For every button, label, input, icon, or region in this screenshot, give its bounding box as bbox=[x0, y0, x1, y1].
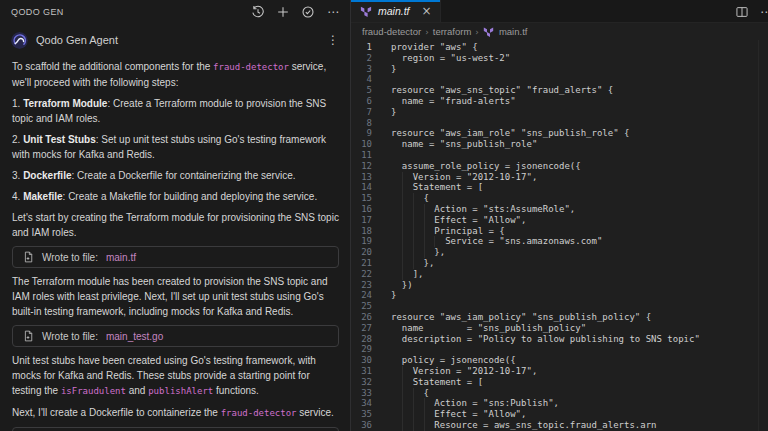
indent-guide bbox=[402, 388, 403, 399]
code-line[interactable]: 16 Action = "sts:AssumeRole", bbox=[351, 204, 768, 215]
indent-guide bbox=[402, 420, 403, 431]
chat-text: 1. bbox=[12, 98, 23, 109]
split-editor-icon[interactable] bbox=[734, 4, 750, 20]
tab-main-tf[interactable]: main.tf × bbox=[351, 0, 441, 22]
line-number: 18 bbox=[351, 226, 372, 237]
code-area[interactable]: 1provider "aws" {2 region = "us-west-2"3… bbox=[351, 40, 768, 431]
line-number: 11 bbox=[351, 150, 372, 161]
line-text: provider "aws" { bbox=[391, 42, 478, 53]
indent-guide bbox=[402, 247, 403, 258]
inline-code: fraud-detector bbox=[213, 62, 289, 72]
line-text: region = "us-west-2" bbox=[391, 53, 510, 64]
line-number: 10 bbox=[351, 139, 372, 150]
code-line[interactable]: 36 Resource = aws_sns_topic.fraud_alerts… bbox=[351, 420, 768, 431]
new-chat-icon[interactable] bbox=[275, 4, 291, 20]
line-text: ], bbox=[391, 269, 424, 280]
code-line[interactable]: 1provider "aws" { bbox=[351, 42, 768, 53]
code-line[interactable]: 21 }, bbox=[351, 258, 768, 269]
editor-more-icon[interactable]: ⋯ bbox=[758, 4, 768, 20]
agent-name: Qodo Gen Agent bbox=[36, 34, 317, 46]
code-line[interactable]: 35 Effect = "Allow", bbox=[351, 409, 768, 420]
inline-code: fraud-detector bbox=[221, 408, 297, 418]
check-circle-icon[interactable] bbox=[300, 4, 316, 20]
line-number: 14 bbox=[351, 182, 372, 193]
more-icon[interactable]: ⋯ bbox=[325, 4, 341, 20]
line-number: 9 bbox=[351, 128, 372, 139]
line-number: 4 bbox=[351, 74, 372, 85]
wrote-to-file-label: Wrote to file: bbox=[42, 329, 98, 344]
code-line[interactable]: 22 ], bbox=[351, 269, 768, 280]
wrote-to-file-card[interactable]: Wrote to file: main.tf bbox=[12, 246, 339, 268]
line-number: 34 bbox=[351, 398, 372, 409]
code-line[interactable]: 8 bbox=[351, 118, 768, 129]
code-line[interactable]: 4 bbox=[351, 74, 768, 85]
code-line[interactable]: 26resource "aws_iam_policy" "sns_publish… bbox=[351, 312, 768, 323]
code-line[interactable]: 6 name = "fraud-alerts" bbox=[351, 96, 768, 107]
line-text: Service = "sns.amazonaws.com" bbox=[391, 236, 602, 247]
code-line[interactable]: 15 { bbox=[351, 193, 768, 204]
code-line[interactable]: 34 Action = "sns:Publish", bbox=[351, 398, 768, 409]
wrote-to-file-filename[interactable]: main_test.go bbox=[106, 329, 163, 344]
editor-scrollbar[interactable] bbox=[758, 40, 768, 431]
close-icon[interactable]: × bbox=[422, 4, 432, 18]
code-line[interactable]: 24} bbox=[351, 290, 768, 301]
line-number: 32 bbox=[351, 377, 372, 388]
code-line[interactable]: 7} bbox=[351, 107, 768, 118]
code-line[interactable]: 13 Version = "2012-10-17", bbox=[351, 172, 768, 183]
code-line[interactable]: 27 name = "sns_publish_policy" bbox=[351, 323, 768, 334]
code-line[interactable]: 25 bbox=[351, 301, 768, 312]
indent-guide bbox=[402, 193, 403, 204]
line-text: policy = jsonencode({ bbox=[391, 355, 516, 366]
line-text: Action = "sts:AssumeRole", bbox=[391, 204, 575, 215]
code-line[interactable]: 3} bbox=[351, 64, 768, 75]
code-line[interactable]: 30 policy = jsonencode({ bbox=[351, 355, 768, 366]
code-line[interactable]: 5resource "aws_sns_topic" "fraud_alerts"… bbox=[351, 85, 768, 96]
code-line[interactable]: 20 }, bbox=[351, 247, 768, 258]
indent-guide bbox=[402, 409, 403, 420]
code-line[interactable]: 17 Effect = "Allow", bbox=[351, 215, 768, 226]
chat-paragraph: Next, I'll create a Dockerfile to contai… bbox=[12, 405, 339, 421]
history-icon[interactable] bbox=[250, 4, 266, 20]
code-line[interactable]: 31 Version = "2012-10-17", bbox=[351, 366, 768, 377]
code-line[interactable]: 32 Statement = [ bbox=[351, 377, 768, 388]
code-line[interactable]: 11 bbox=[351, 150, 768, 161]
indent-guide bbox=[424, 215, 425, 226]
chat-text: functions. bbox=[213, 385, 259, 396]
chat-paragraph: 3. Dockerfile: Create a Dockerfile for c… bbox=[12, 168, 339, 183]
code-line[interactable]: 10 name = "sns_publish_role" bbox=[351, 139, 768, 150]
code-line[interactable]: 18 Principal = { bbox=[351, 226, 768, 237]
indent-guide bbox=[402, 182, 403, 193]
chat-text: Next, I'll create a Dockerfile to contai… bbox=[12, 407, 221, 418]
wrote-to-file-filename[interactable]: main.tf bbox=[106, 250, 136, 265]
code-line[interactable]: 12 assume_role_policy = jsonencode({ bbox=[351, 161, 768, 172]
breadcrumb-item[interactable]: fraud-detector bbox=[362, 26, 421, 37]
line-number: 13 bbox=[351, 172, 372, 183]
line-number: 29 bbox=[351, 344, 372, 355]
line-number: 31 bbox=[351, 366, 372, 377]
line-number: 2 bbox=[351, 53, 372, 64]
line-text: Version = "2012-10-17", bbox=[391, 172, 537, 183]
code-line[interactable]: 2 region = "us-west-2" bbox=[351, 53, 768, 64]
line-number: 19 bbox=[351, 236, 372, 247]
line-number: 20 bbox=[351, 247, 372, 258]
code-line[interactable]: 19 Service = "sns.amazonaws.com" bbox=[351, 236, 768, 247]
breadcrumb-item[interactable]: terraform bbox=[433, 26, 472, 37]
code-line[interactable]: 9resource "aws_iam_role" "sns_publish_ro… bbox=[351, 128, 768, 139]
line-number: 7 bbox=[351, 107, 372, 118]
chat-paragraph: The Terraform module has been created to… bbox=[12, 274, 339, 319]
message-kebab-icon[interactable]: ⋮ bbox=[325, 32, 341, 48]
breadcrumb-item[interactable]: main.tf bbox=[499, 26, 528, 37]
line-number: 27 bbox=[351, 323, 372, 334]
indent-guide bbox=[402, 269, 403, 280]
line-text: description = "Policy to allow publishin… bbox=[391, 334, 700, 345]
code-line[interactable]: 28 description = "Policy to allow publis… bbox=[351, 334, 768, 345]
line-number: 23 bbox=[351, 280, 372, 291]
code-line[interactable]: 33 { bbox=[351, 388, 768, 399]
code-line[interactable]: 23 }) bbox=[351, 280, 768, 291]
line-number: 5 bbox=[351, 85, 372, 96]
code-line[interactable]: 29 bbox=[351, 344, 768, 355]
line-text: name = "fraud-alerts" bbox=[391, 96, 516, 107]
wrote-to-file-card[interactable]: Wrote to file: main_test.go bbox=[12, 325, 339, 347]
code-line[interactable]: 14 Statement = [ bbox=[351, 182, 768, 193]
wrote-to-file-card[interactable]: Wrote to file: Dockerfile bbox=[12, 427, 339, 431]
